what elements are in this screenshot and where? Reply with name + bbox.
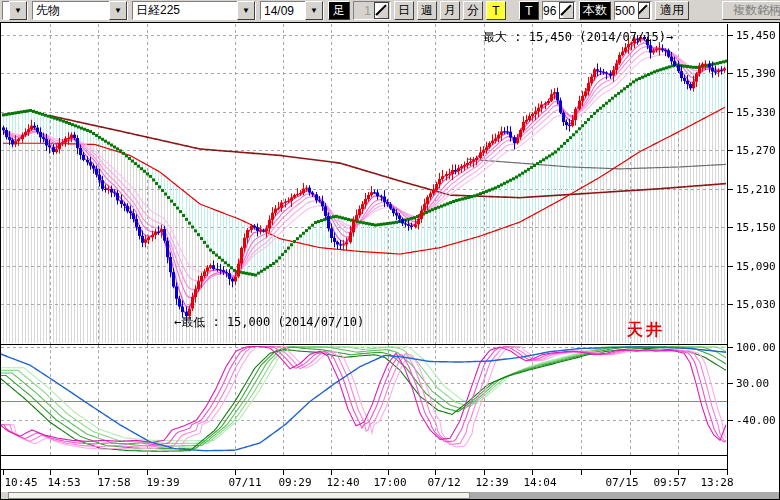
contract-month-value: 14/09 (261, 4, 305, 18)
chevron-down-icon[interactable]: ▼ (109, 1, 127, 20)
interval-minute-button[interactable]: 分 (463, 1, 483, 20)
interval-day-button[interactable]: 日 (394, 1, 414, 20)
interval-tick-button[interactable]: T (486, 1, 506, 20)
multi-symbol-button[interactable]: 複数銘柄 (722, 1, 780, 20)
bar-type-label: 足 (328, 1, 350, 20)
max-price-annotation: 最大 : 15,450 (2014/07/15)→ (483, 29, 673, 46)
interval-month-button[interactable]: 月 (440, 1, 460, 20)
category-combobox[interactable]: 先物 ▼ (32, 1, 128, 20)
apply-button[interactable]: 適用 (655, 1, 689, 20)
min-price-annotation: ←最低 : 15,000 (2014/07/10) (174, 314, 364, 331)
tick-period-label: T (519, 1, 539, 20)
interval-stepper[interactable]: 1 (353, 1, 391, 20)
bar-count-value: 500 (615, 4, 637, 18)
chevron-down-icon[interactable]: ▼ (237, 1, 255, 20)
bar-count-label: 本数 (579, 1, 611, 20)
contract-month-combobox[interactable]: 14/09 ▼ (260, 1, 324, 20)
toolbar: ▼ 先物 ▼ 日経225 ▼ 14/09 ▼ 足 1 日 週 月 分 T T 9… (0, 0, 780, 23)
history-combobox[interactable]: ▼ (2, 1, 28, 20)
bar-count-stepper[interactable]: 500 (614, 1, 652, 20)
chart-area: 最大 : 15,450 (2014/07/15)→ ←最低 : 15,000 (… (0, 22, 780, 500)
spinner-icon[interactable] (374, 2, 389, 19)
spinner-icon[interactable] (559, 2, 574, 19)
period-value: 96 (543, 4, 558, 18)
chevron-down-icon[interactable]: ▼ (9, 1, 27, 20)
interval-week-button[interactable]: 週 (417, 1, 437, 20)
period-stepper[interactable]: 96 (542, 1, 576, 20)
spinner-icon[interactable] (638, 2, 650, 19)
price-chart-canvas[interactable] (0, 22, 780, 500)
category-value: 先物 (33, 2, 109, 19)
symbol-value: 日経225 (133, 2, 237, 19)
interval-value: 1 (354, 4, 373, 18)
ceiling-annotation: 天井 (627, 320, 665, 341)
chevron-down-icon[interactable]: ▼ (305, 1, 323, 20)
symbol-combobox[interactable]: 日経225 ▼ (132, 1, 256, 20)
